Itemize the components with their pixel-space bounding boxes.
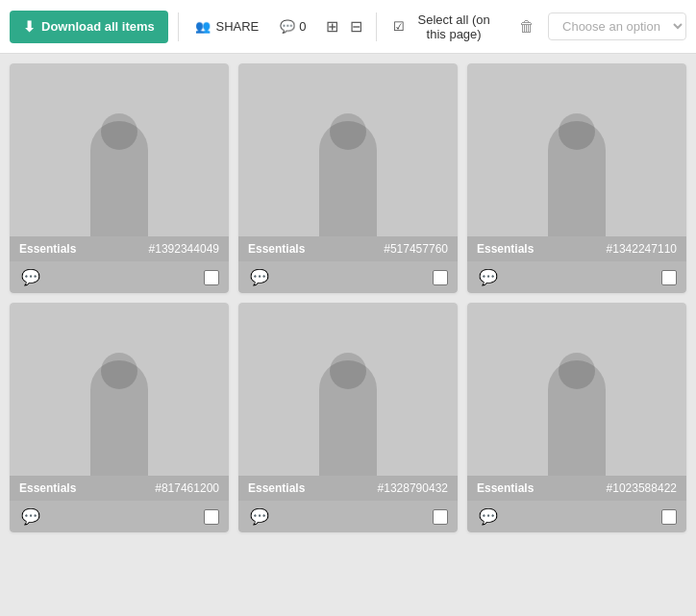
view-toggle: ⊞ ⊟ — [322, 15, 366, 37]
select-checkbox-1[interactable] — [204, 270, 219, 285]
photo-6[interactable] — [467, 303, 686, 476]
comment-btn-4[interactable]: 💬 — [19, 505, 42, 528]
grid-item-5: Essentials #1328790432 💬 — [238, 303, 458, 532]
grid-view-button[interactable]: ⊞ — [322, 15, 342, 37]
item-number-1: #1392344049 — [149, 242, 219, 256]
comment-btn-5[interactable]: 💬 — [248, 505, 271, 528]
item-number-3: #1342247110 — [607, 242, 677, 256]
divider-1 — [178, 12, 179, 41]
action-bar-6: 💬 — [467, 501, 686, 532]
download-all-button[interactable]: ⬇ Download all items — [10, 11, 168, 43]
comment-icon: 💬 — [280, 19, 295, 34]
trash-icon: 🗑 — [519, 18, 534, 35]
grid-item-2: Essentials #517457760 💬 — [238, 63, 458, 293]
comment-btn-3[interactable]: 💬 — [477, 266, 500, 288]
select-checkbox-6[interactable] — [661, 509, 677, 525]
action-bar-1: 💬 — [10, 261, 229, 293]
info-bar-5: Essentials #1328790432 — [238, 476, 458, 501]
photo-3[interactable] — [467, 63, 686, 236]
item-number-6: #1023588422 — [607, 481, 677, 495]
item-number-4: #817461200 — [155, 481, 219, 495]
comment-btn-1[interactable]: 💬 — [19, 266, 42, 288]
action-bar-4: 💬 — [10, 501, 229, 532]
item-number-5: #1328790432 — [378, 481, 448, 495]
grid-item-3: Essentials #1342247110 💬 — [467, 63, 686, 293]
photo-2[interactable] — [238, 63, 458, 236]
collection-label-5: Essentials — [248, 481, 305, 495]
info-bar-2: Essentials #517457760 — [238, 236, 458, 261]
divider-2 — [376, 12, 377, 41]
delete-button[interactable]: 🗑 — [513, 14, 540, 39]
action-bar-2: 💬 — [238, 261, 458, 293]
grid-item-6: Essentials #1023588422 💬 — [467, 303, 686, 532]
info-bar-6: Essentials #1023588422 — [467, 476, 686, 501]
select-checkbox-3[interactable] — [661, 270, 677, 285]
photo-5[interactable] — [238, 303, 458, 476]
grid-item-1: Essentials #1392344049 💬 — [10, 63, 229, 293]
comment-btn-6[interactable]: 💬 — [477, 505, 500, 528]
collection-label-4: Essentials — [19, 481, 76, 495]
collection-label-1: Essentials — [19, 242, 76, 256]
share-button[interactable]: 👥 SHARE — [187, 15, 266, 37]
collection-label-2: Essentials — [248, 242, 305, 256]
select-checkbox-4[interactable] — [204, 509, 219, 525]
select-all-button[interactable]: ☑ Select all (on this page) — [385, 9, 506, 45]
comment-btn-2[interactable]: 💬 — [248, 266, 271, 288]
select-checkbox-5[interactable] — [433, 509, 448, 525]
info-bar-4: Essentials #817461200 — [10, 476, 229, 501]
checkbox-icon: ☑ — [393, 19, 405, 34]
photo-4[interactable] — [10, 303, 229, 476]
item-number-2: #517457760 — [384, 242, 448, 256]
select-checkbox-2[interactable] — [433, 270, 448, 285]
collection-label-3: Essentials — [477, 242, 534, 256]
grid-item-4: Essentials #817461200 💬 — [10, 303, 229, 532]
info-bar-3: Essentials #1342247110 — [467, 236, 686, 261]
download-icon: ⬇ — [23, 18, 36, 36]
image-grid: Essentials #1392344049 💬 Essentials #517… — [0, 54, 696, 542]
photo-1[interactable] — [10, 63, 229, 236]
action-bar-5: 💬 — [238, 501, 458, 532]
comment-button[interactable]: 💬 0 — [274, 15, 311, 37]
info-bar-1: Essentials #1392344049 — [10, 236, 229, 261]
share-icon: 👥 — [195, 19, 211, 34]
collection-label-6: Essentials — [477, 481, 534, 495]
toolbar: ⬇ Download all items 👥 SHARE 💬 0 ⊞ ⊟ ☑ S… — [0, 0, 696, 54]
action-bar-3: 💬 — [467, 261, 686, 293]
action-select[interactable]: Choose an option — [548, 12, 686, 40]
list-view-button[interactable]: ⊟ — [346, 15, 366, 37]
